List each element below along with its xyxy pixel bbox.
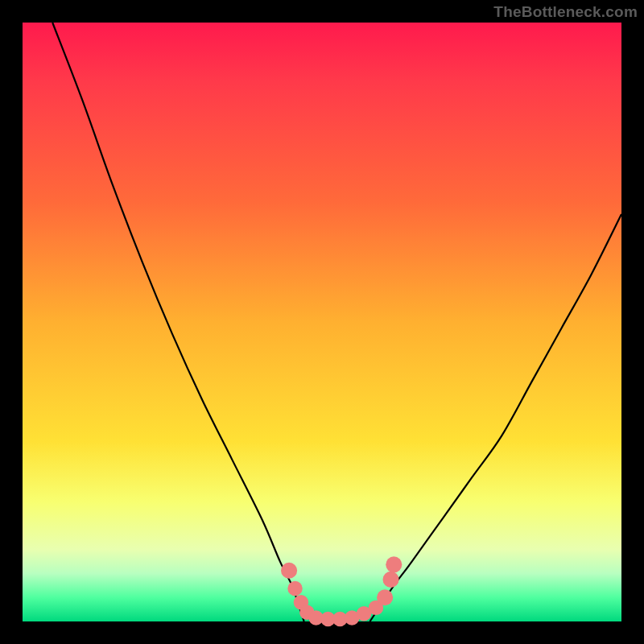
plot-area bbox=[23, 23, 621, 621]
marker-group bbox=[281, 556, 402, 626]
left-curve bbox=[52, 23, 303, 621]
curve-marker bbox=[386, 556, 402, 572]
right-curve bbox=[370, 214, 621, 621]
watermark-text: TheBottleneck.com bbox=[493, 3, 638, 21]
curve-marker bbox=[287, 581, 302, 596]
chart-svg bbox=[23, 23, 621, 621]
curve-marker bbox=[383, 572, 399, 588]
chart-frame: TheBottleneck.com bbox=[0, 0, 644, 644]
curve-marker bbox=[281, 563, 297, 579]
curve-marker bbox=[377, 589, 393, 605]
